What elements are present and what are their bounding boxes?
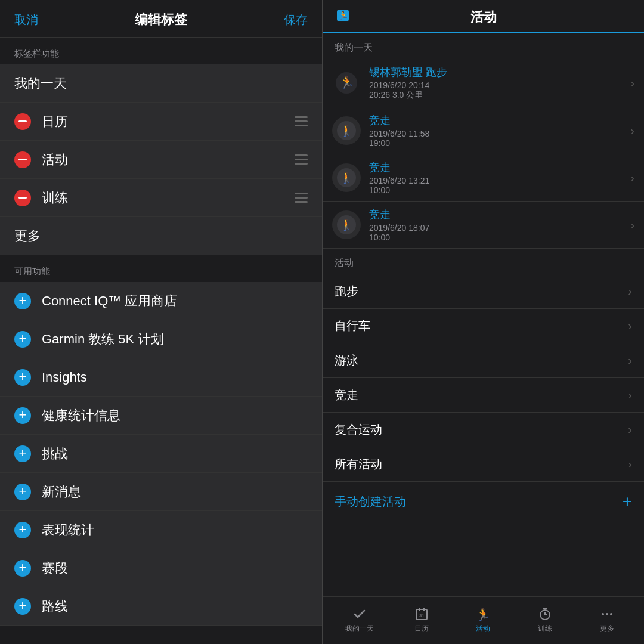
chevron-icon: › (628, 388, 632, 402)
check-icon (352, 607, 367, 621)
category-cycling[interactable]: 自行车 › (323, 309, 644, 343)
category-label: 竞走 (335, 387, 623, 403)
activity-meta: 10:00 (369, 233, 626, 242)
tab-item-calendar[interactable]: 日历 (0, 103, 322, 141)
tab-label-more: 更多 (600, 624, 614, 634)
tab-calendar[interactable]: 31 日历 (391, 607, 453, 634)
left-title: 编辑标签 (135, 11, 187, 29)
tab-item-my-day[interactable]: 我的一天 (0, 64, 322, 103)
available-item-segments[interactable]: 赛段 (0, 549, 322, 587)
walk-activity-icon: 🚶 (332, 210, 361, 239)
tab-section-label: 标签栏功能 (0, 38, 322, 64)
plus-icon[interactable] (14, 407, 31, 424)
walk-activity-info: 竞走 2019/6/20 11:58 19:00 (369, 113, 626, 148)
left-content: 标签栏功能 我的一天 日历 活动 训练 更多 (0, 38, 322, 644)
available-item-routes[interactable]: 路线 (0, 587, 322, 626)
manual-create-row[interactable]: 手动创建活动 + (323, 482, 644, 521)
category-label: 自行车 (335, 318, 623, 334)
walk-activity-icon: 🚶 (332, 163, 361, 192)
minus-icon-activity[interactable] (14, 151, 31, 168)
save-button[interactable]: 保存 (284, 12, 308, 28)
drag-handle-calendar[interactable] (295, 116, 308, 126)
tab-item-label: 训练 (42, 189, 295, 207)
plus-icon[interactable] (14, 560, 31, 577)
plus-icon[interactable] (14, 484, 31, 500)
svg-text:🏃: 🏃 (338, 11, 349, 21)
drag-handle-activity[interactable] (295, 154, 308, 165)
activity-meta: 10:00 (369, 185, 626, 195)
walk-activity-icon: 🚶 (332, 116, 361, 145)
tab-my-day[interactable]: 我的一天 (329, 607, 391, 634)
tab-item-label: 我的一天 (14, 75, 308, 92)
timer-icon (538, 607, 552, 621)
category-all-activities[interactable]: 所有活动 › (323, 447, 644, 482)
chevron-icon: › (628, 284, 632, 298)
svg-text:31: 31 (419, 612, 425, 618)
activity-row-walk3[interactable]: 🚶 竞走 2019/6/20 18:07 10:00 › (323, 202, 644, 249)
activity-row-walk1[interactable]: 🚶 竞走 2019/6/20 11:58 19:00 › (323, 107, 644, 154)
chevron-icon: › (628, 319, 632, 333)
tab-item-more[interactable]: 更多 (0, 217, 322, 255)
activity-date: 2019/6/20 13:21 (369, 176, 626, 185)
chevron-icon: › (628, 457, 632, 471)
svg-text:🏃: 🏃 (339, 75, 354, 89)
cancel-button[interactable]: 取消 (14, 12, 38, 28)
plus-icon[interactable] (14, 445, 31, 462)
activity-meta: 19:00 (369, 138, 626, 148)
available-item-garmin5k[interactable]: Garmin 教练 5K 计划 (0, 320, 322, 358)
calendar-icon: 31 (414, 607, 429, 621)
activity-row-run[interactable]: 🏃 锡林郭勒盟 跑步 2019/6/20 20:14 20:26 3.0 公里 … (323, 59, 644, 107)
activity-tab-icon: 🏃 (476, 607, 490, 621)
manual-create-label: 手动创建活动 (335, 494, 623, 510)
activity-row-walk2[interactable]: 🚶 竞走 2019/6/20 13:21 10:00 › (323, 154, 644, 202)
plus-icon[interactable] (14, 369, 31, 386)
chevron-icon: › (630, 76, 634, 90)
plus-icon[interactable] (14, 522, 31, 538)
activity-title: 锡林郭勒盟 跑步 (369, 65, 626, 79)
tab-bar: 我的一天 31 日历 🏃 活动 训练 (323, 596, 644, 644)
available-item-health-stats[interactable]: 健康统计信息 (0, 397, 322, 435)
plus-icon[interactable] (14, 598, 31, 615)
chevron-icon: › (630, 218, 634, 232)
minus-icon-calendar[interactable] (14, 113, 31, 130)
drag-handle-training[interactable] (295, 193, 308, 203)
available-item-connectiq[interactable]: Connect IQ™ 应用商店 (0, 282, 322, 320)
activities-section-label: 活动 (323, 249, 644, 274)
available-item-label: Garmin 教练 5K 计划 (42, 330, 308, 348)
tab-item-training[interactable]: 训练 (0, 179, 322, 217)
available-item-label: Insights (42, 370, 308, 385)
chevron-icon: › (630, 171, 634, 185)
run-activity-info: 锡林郭勒盟 跑步 2019/6/20 20:14 20:26 3.0 公里 (369, 65, 626, 101)
activity-date: 2019/6/20 18:07 (369, 223, 626, 233)
tab-activity[interactable]: 🏃 活动 (453, 607, 515, 634)
manual-create-plus-icon[interactable]: + (623, 492, 632, 511)
available-item-label: Connect IQ™ 应用商店 (42, 292, 308, 310)
available-item-label: 表现统计 (42, 521, 308, 539)
today-section-label: 我的一天 (323, 33, 644, 59)
available-item-messages[interactable]: 新消息 (0, 473, 322, 511)
tab-label-calendar: 日历 (414, 624, 429, 634)
walk-activity-info: 竞走 2019/6/20 18:07 10:00 (369, 208, 626, 242)
plus-icon[interactable] (14, 293, 31, 309)
chevron-icon: › (628, 354, 632, 367)
tab-training[interactable]: 训练 (514, 607, 576, 634)
available-item-challenge[interactable]: 挑战 (0, 435, 322, 473)
svg-text:🚶: 🚶 (340, 124, 354, 137)
category-label: 复合运动 (335, 422, 623, 438)
category-multisport[interactable]: 复合运动 › (323, 413, 644, 447)
tab-more[interactable]: 更多 (576, 607, 638, 634)
tab-item-activity[interactable]: 活动 (0, 141, 322, 179)
minus-icon-training[interactable] (14, 190, 31, 206)
left-panel: 取消 编辑标签 保存 标签栏功能 我的一天 日历 活动 训练 (0, 0, 322, 644)
available-item-label: 挑战 (42, 445, 308, 463)
category-racewalking[interactable]: 竞走 › (323, 378, 644, 413)
available-item-insights[interactable]: Insights (0, 358, 322, 397)
category-running[interactable]: 跑步 › (323, 274, 644, 309)
available-item-label: 赛段 (42, 559, 308, 577)
category-swimming[interactable]: 游泳 › (323, 343, 644, 378)
tab-label-training: 训练 (538, 624, 552, 634)
available-item-performance[interactable]: 表现统计 (0, 511, 322, 549)
svg-point-21 (610, 613, 612, 615)
plus-icon[interactable] (14, 331, 31, 348)
svg-text:🚶: 🚶 (340, 218, 354, 231)
